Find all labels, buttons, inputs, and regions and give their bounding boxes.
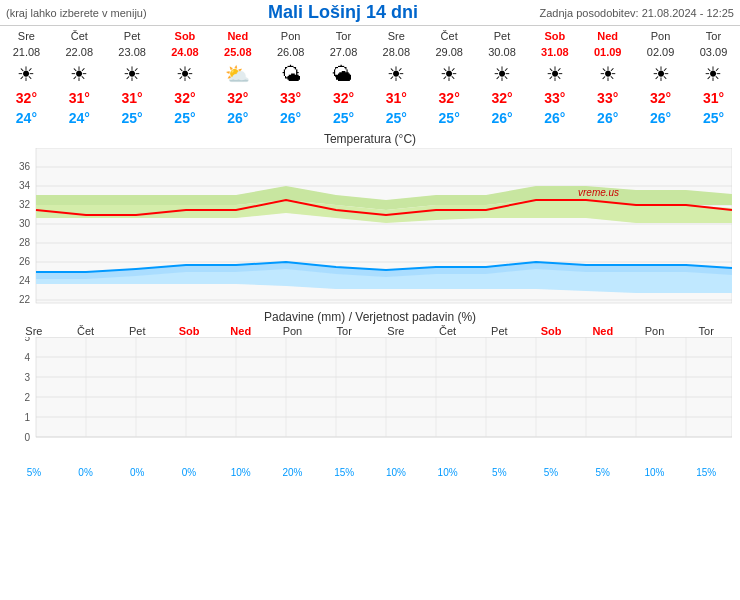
high-temp-11: 33° <box>581 88 634 108</box>
date-cell-11: 01.09 <box>581 44 634 60</box>
date-cell-6: 27.08 <box>317 44 370 60</box>
weather-icon-12: ☀ <box>634 60 687 88</box>
date-cell-7: 28.08 <box>370 44 423 60</box>
high-temp-10: 33° <box>528 88 581 108</box>
low-temp-7: 25° <box>370 108 423 128</box>
precip-day-4: Ned <box>215 325 267 337</box>
high-temp-3: 32° <box>159 88 212 108</box>
precip-chart: 5 4 3 2 1 0 5 4 3 2 1 0 <box>8 337 732 467</box>
weather-icon-9: ☀ <box>476 60 529 88</box>
day-name-9: Pet <box>476 26 529 44</box>
low-temp-12: 26° <box>634 108 687 128</box>
high-temp-2: 31° <box>106 88 159 108</box>
temp-chart-title: Temperatura (°C) <box>8 132 732 146</box>
precip-pct-8: 10% <box>422 467 474 478</box>
precip-pct-13: 15% <box>680 467 732 478</box>
svg-text:28: 28 <box>19 237 31 248</box>
precip-day-7: Sre <box>370 325 422 337</box>
precip-pct-2: 0% <box>111 467 163 478</box>
day-name-6: Tor <box>317 26 370 44</box>
weather-icon-4: ⛅ <box>211 60 264 88</box>
date-cell-8: 29.08 <box>423 44 476 60</box>
precip-day-13: Tor <box>680 325 732 337</box>
precip-day-1: Čet <box>60 325 112 337</box>
high-temp-9: 32° <box>476 88 529 108</box>
low-temp-8: 25° <box>423 108 476 128</box>
precip-section: Padavine (mm) / Verjetnost padavin (%) S… <box>0 310 740 480</box>
high-temp-6: 32° <box>317 88 370 108</box>
day-name-row: SreČetPetSobNedPonTorSreČetPetSobNedPonT… <box>0 26 740 44</box>
date-cell-0: 21.08 <box>0 44 53 60</box>
day-name-10: Sob <box>528 26 581 44</box>
low-temp-5: 26° <box>264 108 317 128</box>
precip-pct-7: 10% <box>370 467 422 478</box>
high-temp-12: 32° <box>634 88 687 108</box>
low-temp-4: 26° <box>211 108 264 128</box>
day-name-11: Ned <box>581 26 634 44</box>
precip-pct-12: 10% <box>629 467 681 478</box>
low-temp-13: 25° <box>687 108 740 128</box>
precip-pct-row: 5%0%0%0%10%20%15%10%10%5%5%5%10%15% <box>8 467 732 478</box>
svg-text:2: 2 <box>24 392 30 403</box>
date-cell-12: 02.09 <box>634 44 687 60</box>
high-temp-13: 31° <box>687 88 740 108</box>
svg-text:22: 22 <box>19 294 31 305</box>
low-temp-row: 24°24°25°25°26°26°25°25°25°26°26°26°26°2… <box>0 108 740 128</box>
date-cell-1: 22.08 <box>53 44 106 60</box>
precip-pct-3: 0% <box>163 467 215 478</box>
high-temp-1: 31° <box>53 88 106 108</box>
day-name-2: Pet <box>106 26 159 44</box>
precip-day-2: Pet <box>111 325 163 337</box>
icon-row: ☀☀☀☀⛅🌤🌥☀☀☀☀☀☀☀ <box>0 60 740 88</box>
date-cell-4: 25.08 <box>211 44 264 60</box>
svg-text:24: 24 <box>19 275 31 286</box>
precip-pct-0: 5% <box>8 467 60 478</box>
weather-icon-10: ☀ <box>528 60 581 88</box>
day-name-3: Sob <box>159 26 212 44</box>
low-temp-2: 25° <box>106 108 159 128</box>
svg-text:30: 30 <box>19 218 31 229</box>
svg-text:36: 36 <box>19 161 31 172</box>
svg-text:4: 4 <box>24 352 30 363</box>
day-name-4: Ned <box>211 26 264 44</box>
date-cell-10: 31.08 <box>528 44 581 60</box>
day-name-0: Sre <box>0 26 53 44</box>
temp-chart-section: Temperatura (°C) 36 34 32 30 28 26 24 22 <box>0 128 740 310</box>
svg-text:3: 3 <box>24 372 30 383</box>
precip-chart-title: Padavine (mm) / Verjetnost padavin (%) <box>8 310 732 324</box>
low-temp-10: 26° <box>528 108 581 128</box>
weather-icon-13: ☀ <box>687 60 740 88</box>
weather-icon-1: ☀ <box>53 60 106 88</box>
precip-day-3: Sob <box>163 325 215 337</box>
low-temp-3: 25° <box>159 108 212 128</box>
high-temp-7: 31° <box>370 88 423 108</box>
precip-pct-11: 5% <box>577 467 629 478</box>
svg-text:0: 0 <box>24 432 30 443</box>
precip-pct-1: 0% <box>60 467 112 478</box>
precip-pct-4: 10% <box>215 467 267 478</box>
page-title: Mali Lošinj 14 dni <box>268 2 418 23</box>
date-row: 21.0822.0823.0824.0825.0826.0827.0828.08… <box>0 44 740 60</box>
date-cell-9: 30.08 <box>476 44 529 60</box>
precip-day-8: Čet <box>422 325 474 337</box>
weather-icon-11: ☀ <box>581 60 634 88</box>
date-cell-3: 24.08 <box>159 44 212 60</box>
svg-text:32: 32 <box>19 199 31 210</box>
high-temp-0: 32° <box>0 88 53 108</box>
weather-icon-6: 🌥 <box>317 60 370 88</box>
svg-text:26: 26 <box>19 256 31 267</box>
low-temp-0: 24° <box>0 108 53 128</box>
date-cell-2: 23.08 <box>106 44 159 60</box>
high-temp-8: 32° <box>423 88 476 108</box>
precip-pct-10: 5% <box>525 467 577 478</box>
weather-icon-3: ☀ <box>159 60 212 88</box>
temp-chart: 36 34 32 30 28 26 24 22 36 34 32 30 28 2… <box>8 148 732 308</box>
svg-text:5: 5 <box>24 337 30 343</box>
low-temp-1: 24° <box>53 108 106 128</box>
weather-table: SreČetPetSobNedPonTorSreČetPetSobNedPonT… <box>0 26 740 128</box>
weather-icon-7: ☀ <box>370 60 423 88</box>
low-temp-11: 26° <box>581 108 634 128</box>
day-name-8: Čet <box>423 26 476 44</box>
date-cell-5: 26.08 <box>264 44 317 60</box>
low-temp-9: 26° <box>476 108 529 128</box>
